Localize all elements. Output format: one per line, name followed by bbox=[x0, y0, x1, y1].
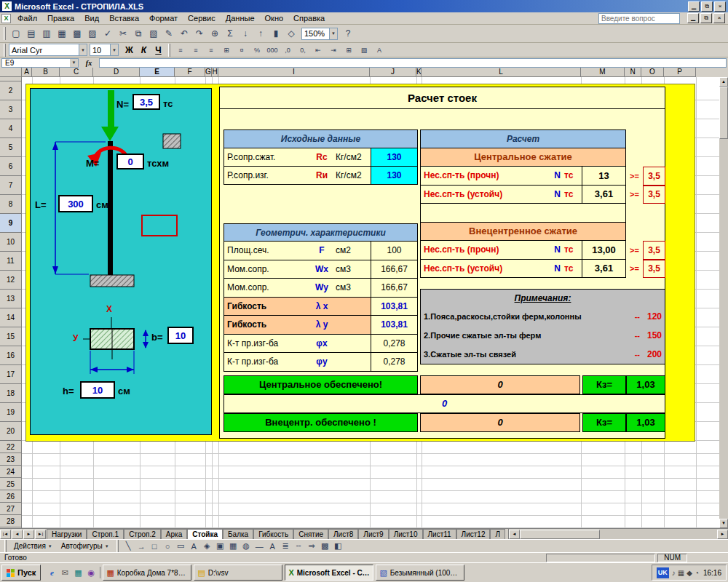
row-header[interactable]: 23 bbox=[0, 453, 21, 466]
oval-icon[interactable]: ○ bbox=[162, 541, 174, 552]
geometry-label-cell[interactable]: Мом.сопр. Wx см3 bbox=[223, 260, 371, 279]
geometry-row[interactable]: Мом.сопр. Wy см3 166,67 bbox=[223, 279, 418, 298]
row-header[interactable]: 4 bbox=[0, 119, 21, 138]
kz-label[interactable]: Кз= bbox=[582, 413, 626, 432]
save-icon[interactable]: ▥ bbox=[39, 27, 54, 41]
arrow-icon[interactable]: → bbox=[135, 541, 148, 552]
b-value-cell[interactable]: 10 bbox=[167, 327, 194, 344]
capacity-label-cell[interactable]: Нес.сп-ть (прочн) N тс bbox=[420, 241, 582, 260]
rectangle-icon[interactable]: □ bbox=[149, 541, 161, 552]
geometry-value-cell[interactable]: 166,67 bbox=[371, 260, 418, 279]
row-header[interactable]: 19 bbox=[0, 403, 21, 422]
empty-cell[interactable] bbox=[420, 204, 626, 223]
row-header[interactable]: 27 bbox=[0, 503, 21, 515]
sheet-tab[interactable]: Лист8 bbox=[328, 529, 358, 540]
geometry-label-cell[interactable]: Площ.сеч. F см2 bbox=[223, 242, 371, 260]
align-center-icon[interactable]: ≡ bbox=[189, 43, 203, 57]
increase-decimal-icon[interactable]: ,0 bbox=[280, 43, 295, 57]
menu-item[interactable]: Данные bbox=[221, 13, 260, 23]
spelling-icon[interactable]: ✓ bbox=[100, 27, 115, 41]
toolbar-grip[interactable] bbox=[4, 27, 6, 40]
row-header[interactable]: 12 bbox=[0, 271, 21, 290]
input-row[interactable]: Р.сопр.сжат. Rc Кг/см2 130 bbox=[223, 148, 418, 167]
row-header[interactable]: 9 bbox=[0, 214, 21, 233]
scroll-up-icon[interactable]: ▲ bbox=[719, 77, 728, 87]
row-header[interactable]: 20 bbox=[0, 422, 21, 441]
capacity-row[interactable]: Нес.сп-ть (устойч) N тс 3,61 >= 3,5 bbox=[420, 186, 665, 204]
menu-item[interactable]: Сервис bbox=[183, 13, 221, 23]
bold-button[interactable]: Ж bbox=[122, 44, 136, 57]
name-box[interactable]: E9 ▼ bbox=[1, 58, 79, 68]
formula-input[interactable] bbox=[99, 58, 727, 68]
row-header[interactable]: 7 bbox=[0, 176, 21, 195]
geometry-label-cell[interactable]: К-т пр.изг-ба φx bbox=[223, 335, 371, 354]
vertical-scrollbar[interactable]: ▲ ▼ bbox=[719, 77, 728, 528]
toolbar-grip[interactable] bbox=[4, 540, 7, 553]
chart-wizard-icon[interactable]: ▮ bbox=[269, 27, 283, 41]
sheet-tab[interactable]: Арка bbox=[161, 529, 187, 540]
eccentric-result-label[interactable]: Внецентр. обеспечено ! bbox=[223, 413, 418, 432]
scroll-right-icon[interactable]: ► bbox=[717, 530, 728, 539]
capacity-row[interactable]: Нес.сп-ть (прочн) N тс 13 >= 3,5 bbox=[420, 167, 665, 186]
permission-icon[interactable]: ▦ bbox=[55, 27, 69, 41]
redo-icon[interactable]: ↷ bbox=[192, 27, 207, 41]
italic-button[interactable]: К bbox=[137, 44, 151, 57]
geometry-row[interactable]: Гибкость λ y 103,81 bbox=[223, 316, 418, 335]
calculation-header[interactable]: Расчет bbox=[420, 129, 626, 148]
geometry-header[interactable]: Геометрич. характеристики bbox=[223, 223, 418, 242]
fill-color-icon[interactable]: ▨ bbox=[357, 43, 371, 57]
sheet-tab[interactable]: Нагрузки bbox=[47, 529, 87, 540]
start-button[interactable]: Пуск bbox=[1, 565, 41, 581]
language-indicator[interactable]: UK bbox=[657, 567, 669, 578]
taskbar-window-button[interactable]: ▧ Безымянный (100%) - Р... bbox=[376, 565, 464, 581]
draw-actions-button[interactable]: Действия ▼ bbox=[10, 541, 56, 552]
close-button[interactable]: × bbox=[714, 1, 726, 12]
volume-icon[interactable]: ♪ bbox=[672, 569, 676, 577]
merge-center-icon[interactable]: ⊞ bbox=[219, 43, 234, 57]
column-header[interactable]: N bbox=[625, 68, 641, 77]
h-value-cell[interactable]: 10 bbox=[80, 381, 115, 399]
capacity-value-cell[interactable]: 13,00 bbox=[582, 241, 626, 260]
column-header[interactable]: P bbox=[664, 68, 696, 77]
show-desktop-icon[interactable]: ▦ bbox=[72, 567, 84, 578]
menu-item[interactable]: Вид bbox=[79, 13, 104, 23]
sheet-tab[interactable]: Строп.1 bbox=[87, 529, 124, 540]
chevron-down-icon[interactable]: ▼ bbox=[79, 44, 87, 55]
row-header[interactable]: 22 bbox=[0, 441, 21, 453]
drawing-icon[interactable]: ◇ bbox=[284, 27, 298, 41]
sheet-tab[interactable]: Гибкость bbox=[253, 529, 293, 540]
decrease-decimal-icon[interactable]: 0, bbox=[296, 43, 310, 57]
currency-icon[interactable]: ¤ bbox=[234, 43, 249, 57]
decrease-indent-icon[interactable]: ⇤ bbox=[311, 43, 325, 57]
capacity-row[interactable]: Нес.сп-ть (прочн) N тс 13,00 >= 3,5 bbox=[420, 241, 665, 260]
geometry-row[interactable]: Площ.сеч. F см2 100 bbox=[223, 242, 418, 260]
print-preview-icon[interactable]: ▨ bbox=[85, 27, 100, 41]
eccentric-result-value[interactable]: 0 bbox=[420, 413, 580, 432]
eccentric-compression-header[interactable]: Внецентренное сжатие bbox=[420, 223, 626, 241]
sheet-tab[interactable]: Лист10 bbox=[389, 529, 423, 540]
capacity-value-cell[interactable]: 13 bbox=[582, 167, 626, 186]
tab-prev-button[interactable]: ◄ bbox=[12, 530, 23, 539]
menu-item[interactable]: Формат bbox=[144, 13, 183, 23]
scroll-left-icon[interactable]: ◄ bbox=[509, 530, 520, 539]
column-header[interactable]: J bbox=[370, 68, 416, 77]
threed-style-icon[interactable]: ◧ bbox=[332, 541, 344, 552]
line-icon[interactable]: ╲ bbox=[122, 541, 135, 552]
row-header[interactable]: 6 bbox=[0, 157, 21, 176]
geometry-value-cell[interactable]: 103,81 bbox=[371, 316, 418, 335]
column-header[interactable]: H bbox=[212, 68, 218, 77]
input-value-cell[interactable]: 130 bbox=[371, 148, 418, 167]
row-header[interactable]: 3 bbox=[0, 100, 21, 119]
media-player-icon[interactable]: ◉ bbox=[85, 567, 97, 578]
geometry-row[interactable]: К-т пр.изг-ба φy 0,278 bbox=[223, 353, 418, 372]
doc-close-button[interactable]: × bbox=[713, 13, 725, 23]
zoom-combo[interactable]: 150% ▼ bbox=[301, 28, 338, 40]
new-icon[interactable]: ▢ bbox=[9, 27, 23, 41]
column-header[interactable]: M bbox=[581, 68, 625, 77]
limit-value-cell[interactable]: 3,5 bbox=[643, 241, 665, 260]
chevron-down-icon[interactable]: ▼ bbox=[329, 28, 337, 39]
insert-function-icon[interactable]: fx bbox=[81, 59, 97, 67]
question-box[interactable] bbox=[598, 13, 680, 24]
n-value-cell[interactable]: 3,5 bbox=[132, 94, 160, 110]
kz-value[interactable]: 1,03 bbox=[626, 413, 665, 432]
